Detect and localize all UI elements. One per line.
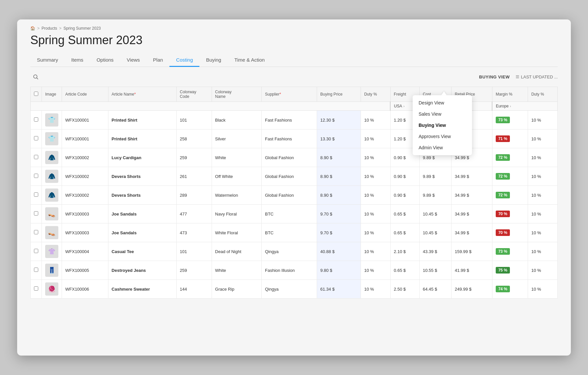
tab-costing[interactable]: Costing (169, 54, 199, 67)
row-duty-pct2: 10 % (528, 167, 557, 186)
row-buying-price: 9.80 $ (317, 261, 361, 280)
search-icon[interactable] (30, 72, 41, 82)
select-all-checkbox[interactable] (34, 92, 38, 96)
row-freight: 0.65 $ (390, 223, 419, 242)
row-checkbox[interactable] (34, 136, 38, 140)
row-checkbox[interactable] (34, 268, 38, 272)
row-duty-pct2: 10 % (528, 205, 557, 223)
row-colorway-name: White (212, 261, 261, 280)
row-checkbox-cell (31, 186, 42, 205)
row-article-name: Cashmere Sweater (108, 280, 176, 299)
buying-view-button[interactable]: BUYING VIEW (479, 74, 510, 79)
row-supplier: BTC (261, 223, 317, 242)
table-row: 👕 WFX100001 Printed Shirt 101 Black Fast… (31, 111, 558, 130)
tab-nav: Summary Items Options Views Plan Costing… (30, 54, 558, 67)
row-cost: 10.55 $ (419, 261, 451, 280)
row-colorway-code: 477 (176, 205, 212, 223)
row-duty-pct: 10 % (361, 167, 390, 186)
row-colorway-code: 259 (176, 148, 212, 167)
row-checkbox-cell (31, 130, 42, 148)
margin-badge: 72 % (496, 173, 510, 180)
row-article-code: WFX100002 (62, 148, 108, 167)
row-duty-pct: 10 % (361, 242, 390, 261)
row-duty-pct2: 10 % (528, 186, 557, 205)
row-checkbox-cell (31, 242, 42, 261)
row-buying-price: 8.90 $ (317, 148, 361, 167)
row-duty-pct2: 10 % (528, 130, 557, 148)
breadcrumb-current: Spring Summer 2023 (63, 26, 101, 31)
row-duty-pct: 10 % (361, 130, 390, 148)
row-buying-price: 8.90 $ (317, 167, 361, 186)
row-colorway-name: Navy Floral (212, 205, 261, 223)
table-row: 👡 WFX100003 Joe Sandals 473 White Floral… (31, 223, 558, 242)
row-margin-pct: 72 % (492, 148, 528, 167)
costing-table: USA › Europe › Image Article Code (30, 87, 558, 299)
row-checkbox[interactable] (34, 286, 38, 291)
dropdown-item-admin[interactable]: Admin View (413, 142, 472, 153)
row-checkbox-cell (31, 261, 42, 280)
row-margin-pct: 75 % (492, 261, 528, 280)
row-duty-pct2: 10 % (528, 148, 557, 167)
page-title: Spring Summer 2023 (30, 33, 558, 47)
row-checkbox[interactable] (34, 211, 38, 216)
col-buying-price: Buying Price (317, 87, 361, 102)
row-buying-price: 13.30 $ (317, 130, 361, 148)
row-duty-pct2: 10 % (528, 242, 557, 261)
margin-badge: 73 % (496, 248, 510, 255)
row-colorway-name: Off White (212, 167, 261, 186)
dropdown-item-design[interactable]: Design View (413, 97, 472, 108)
row-duty-pct2: 10 % (528, 223, 557, 242)
row-buying-price: 12.30 $ (317, 111, 361, 130)
dropdown-item-approvers[interactable]: Approvers View (413, 131, 472, 142)
tab-buying[interactable]: Buying (199, 54, 228, 67)
tab-plan[interactable]: Plan (146, 54, 169, 67)
row-article-name: Joe Sandals (108, 205, 176, 223)
row-checkbox[interactable] (34, 192, 38, 197)
row-buying-price: 61.34 $ (317, 280, 361, 299)
row-image-cell: 🧥 (42, 167, 62, 186)
breadcrumb-products[interactable]: Products (42, 26, 57, 31)
dropdown-item-buying[interactable]: Buying View (413, 120, 472, 131)
row-duty-pct: 10 % (361, 280, 390, 299)
row-checkbox[interactable] (34, 249, 38, 253)
row-retail-price: 34.99 $ (451, 167, 492, 186)
tab-timeaction[interactable]: Time & Action (228, 54, 271, 67)
row-supplier: Qingya (261, 280, 317, 299)
toolbar-right: BUYING VIEW LAST UPDATED ... (479, 74, 558, 79)
product-image: 🧥 (45, 188, 58, 202)
row-image-cell: 👕 (42, 130, 62, 148)
table-container: USA › Europe › Image Article Code (17, 87, 571, 305)
tab-views[interactable]: Views (120, 54, 147, 67)
row-article-code: WFX100003 (62, 205, 108, 223)
table-row: 🧥 WFX100002 Lucy Cardigan 259 White Glob… (31, 148, 558, 167)
row-checkbox-cell (31, 205, 42, 223)
row-supplier: Global Fashion (261, 186, 317, 205)
product-image: 🧶 (45, 282, 58, 296)
header: 🏠 > Products > Spring Summer 2023 Spring… (17, 19, 571, 67)
row-checkbox[interactable] (34, 155, 38, 159)
row-cost: 9.89 $ (419, 186, 451, 205)
dropdown-arrow (441, 91, 447, 95)
row-article-code: WFX100001 (62, 111, 108, 130)
row-image-cell: 🧶 (42, 280, 62, 299)
row-colorway-name: Dead of Night (212, 242, 261, 261)
row-supplier: Fast Fashions (261, 130, 317, 148)
home-icon[interactable]: 🏠 (30, 26, 35, 31)
row-checkbox[interactable] (34, 117, 38, 122)
row-duty-pct2: 10 % (528, 111, 557, 130)
tab-items[interactable]: Items (65, 54, 90, 67)
row-freight: 2.50 $ (390, 280, 419, 299)
row-checkbox[interactable] (34, 230, 38, 234)
dropdown-item-sales[interactable]: Sales View (413, 108, 472, 120)
row-margin-pct: 72 % (492, 186, 528, 205)
toolbar: BUYING VIEW LAST UPDATED ... (17, 67, 571, 87)
tab-options[interactable]: Options (90, 54, 120, 67)
col-supplier: Supplier* (261, 87, 317, 102)
row-article-code: WFX100006 (62, 280, 108, 299)
row-checkbox[interactable] (34, 174, 38, 178)
last-updated-button[interactable]: LAST UPDATED ... (515, 74, 558, 79)
row-freight: 0.90 $ (390, 186, 419, 205)
tab-summary[interactable]: Summary (30, 54, 65, 67)
product-image: 👖 (45, 264, 58, 277)
row-supplier: Global Fashion (261, 148, 317, 167)
